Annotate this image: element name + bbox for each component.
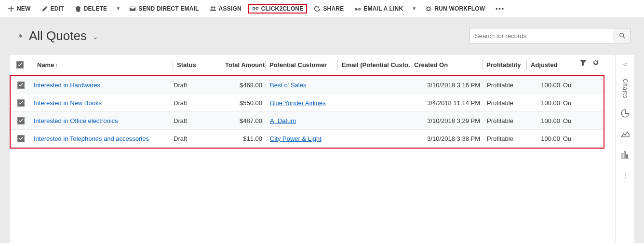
pin-icon[interactable] [16, 28, 23, 43]
cell-status: Draft [174, 99, 222, 107]
cell-status: Draft [174, 135, 222, 142]
col-name[interactable]: Name↑ [33, 60, 173, 70]
cell-amount: $468.00 [222, 82, 266, 89]
click2clone-button[interactable]: CLICK2CLONE [248, 4, 308, 14]
run-workflow-button[interactable]: RUN WORKFLOW [421, 4, 489, 14]
mail-icon [129, 5, 136, 12]
view-dropdown-icon[interactable]: ⌄ [93, 33, 98, 41]
table-row[interactable]: Interested in New Books Draft $550.00 Bl… [11, 94, 604, 112]
customer-link[interactable]: City Power & Light [270, 135, 322, 142]
collapse-rail-icon[interactable]: < [623, 61, 627, 68]
new-button[interactable]: NEW [4, 4, 35, 14]
cell-status: Draft [174, 117, 222, 124]
email-a-link-button[interactable]: EMAIL A LINK [350, 4, 407, 14]
delete-label: DELETE [84, 5, 107, 12]
share-icon [314, 5, 321, 12]
cell-overflow: Ou [560, 135, 574, 142]
area-chart-icon[interactable] [621, 130, 630, 140]
cell-amount: $487.00 [222, 117, 266, 124]
cell-created: 3/10/2018 3:29 PM [411, 117, 483, 124]
table-row[interactable]: Interested in Telephones and accessories… [11, 130, 604, 148]
link-icon [354, 5, 361, 12]
row-checkbox[interactable] [17, 99, 25, 107]
cell-profitability: Profitable [483, 99, 527, 107]
assign-label: ASSIGN [219, 5, 242, 12]
col-total-amount[interactable]: Total Amount... [221, 60, 265, 70]
row-checkbox[interactable] [17, 135, 25, 142]
col-created-on[interactable]: Created On [410, 60, 482, 70]
share-button[interactable]: SHARE [310, 4, 348, 14]
share-label: SHARE [323, 5, 344, 12]
cell-status: Draft [174, 82, 222, 89]
command-bar: NEW EDIT DELETE ▼ SEND DIRECT EMAIL ASSI… [0, 0, 644, 17]
record-link[interactable]: Interested in Telephones and accessories [34, 135, 149, 142]
grid-header-row: Name↑ Status Total Amount... Potential C… [10, 55, 604, 75]
cell-overflow: Ou [560, 99, 574, 107]
trash-icon [75, 5, 81, 12]
sort-asc-icon: ↑ [55, 62, 58, 68]
edit-label: EDIT [51, 5, 64, 12]
people-icon [210, 5, 216, 12]
record-link[interactable]: Interested in Office electronics [34, 117, 118, 124]
customer-link[interactable]: A. Datum [270, 117, 296, 124]
record-link[interactable]: Interested in Hardwares [34, 82, 100, 89]
grid-card: Name↑ Status Total Amount... Potential C… [10, 55, 634, 243]
cell-adjusted: 100.00 [527, 117, 560, 124]
record-link[interactable]: Interested in New Books [34, 99, 102, 107]
svg-rect-2 [253, 7, 255, 10]
new-label: NEW [17, 5, 31, 12]
table-row[interactable]: Interested in Office electronics Draft $… [11, 112, 604, 130]
search-button[interactable] [614, 28, 631, 43]
cell-adjusted: 100.00 [527, 82, 560, 89]
charts-label[interactable]: Charts [622, 79, 629, 98]
search-input[interactable] [470, 28, 614, 43]
cell-created: 3/10/2018 3:38 PM [411, 135, 483, 142]
cell-amount: $11.00 [222, 135, 266, 142]
pencil-icon [41, 5, 48, 12]
col-potential-customer[interactable]: Potential Customer [265, 60, 337, 70]
table-row[interactable]: Interested in Hardwares Draft $468.00 Be… [11, 76, 604, 94]
customer-link[interactable]: Best o' Sales [270, 82, 306, 89]
cell-adjusted: 100.00 [527, 99, 560, 107]
search-icon [619, 32, 626, 39]
send-direct-email-button[interactable]: SEND DIRECT EMAIL [125, 4, 202, 14]
cell-profitability: Profitable [483, 117, 527, 124]
delete-button[interactable]: DELETE [71, 4, 111, 14]
col-profitability[interactable]: Profitability [482, 60, 526, 70]
email-link-dropdown[interactable]: ▼ [410, 6, 418, 11]
filter-icon[interactable] [579, 59, 587, 68]
col-adjusted[interactable]: Adjusted [526, 60, 559, 70]
gear-icon [425, 5, 432, 12]
delete-dropdown[interactable]: ▼ [114, 6, 122, 11]
cell-amount: $550.00 [222, 99, 266, 107]
cell-created: 3/4/2018 11:14 PM [411, 99, 483, 107]
assign-button[interactable]: ASSIGN [206, 4, 245, 14]
cell-created: 3/10/2018 3:16 PM [411, 82, 483, 89]
svg-point-4 [619, 33, 623, 37]
pie-chart-icon[interactable] [621, 109, 630, 119]
run-workflow-label: RUN WORKFLOW [434, 5, 485, 12]
cell-overflow: Ou [560, 82, 574, 89]
rail-drag-handle[interactable]: ⋮ [622, 171, 629, 179]
bar-chart-icon[interactable] [621, 150, 630, 161]
cell-profitability: Profitable [483, 135, 527, 142]
svg-point-0 [211, 6, 213, 8]
cell-overflow: Ou [560, 117, 574, 124]
email-link-label: EMAIL A LINK [363, 5, 403, 12]
col-status[interactable]: Status [173, 60, 221, 70]
col-email[interactable]: Email (Potential Custo... [337, 60, 410, 70]
refresh-icon[interactable] [592, 59, 600, 68]
row-checkbox[interactable] [17, 82, 25, 89]
cell-adjusted: 100.00 [527, 135, 560, 142]
send-email-label: SEND DIRECT EMAIL [138, 5, 199, 12]
view-title[interactable]: All Quotes [29, 28, 87, 43]
grid-header-actions [579, 59, 600, 68]
click2clone-label: CLICK2CLONE [261, 5, 304, 12]
select-all-checkbox[interactable] [16, 61, 24, 68]
customer-link[interactable]: Blue Yonder Airlines [270, 99, 326, 107]
row-checkbox[interactable] [17, 117, 25, 124]
more-commands-button[interactable]: ••• [492, 4, 509, 14]
edit-button[interactable]: EDIT [38, 4, 68, 14]
svg-rect-3 [256, 7, 258, 10]
charts-rail: < Charts ⋮ [615, 55, 634, 243]
